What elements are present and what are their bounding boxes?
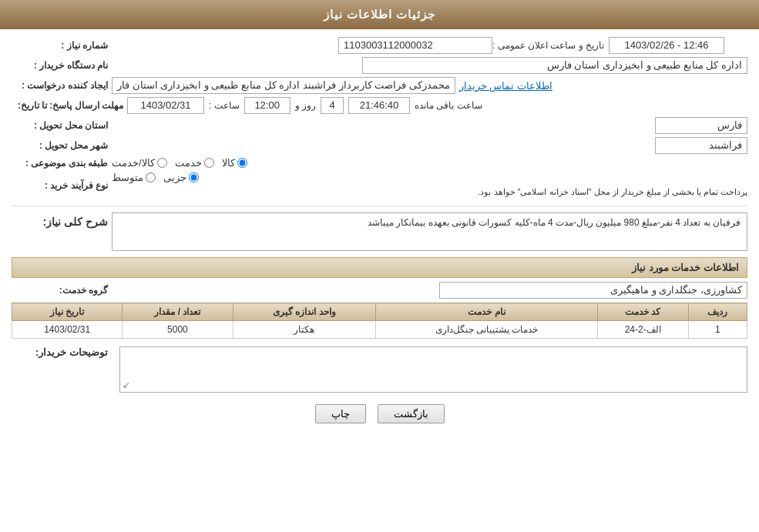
col-tedad: تعداد / مقدار	[123, 303, 233, 321]
namDastgah-value: اداره کل منابع طبیعی و ابخیزداری استان ف…	[362, 57, 747, 74]
radio-khadamat[interactable]: خدمت	[175, 157, 214, 169]
grohe-khadamat-label: گروه خدمت:	[12, 285, 112, 296]
table-cell-tedad_megdar: 5000	[123, 321, 233, 339]
bottom-buttons: بازگشت چاپ	[12, 404, 747, 423]
radio-kala-khadamat[interactable]: کالا/خدمت	[112, 157, 167, 169]
noeFarayand-label: نوع فرآیند خرید :	[12, 180, 112, 191]
radio-kala-khadamat-input[interactable]	[157, 158, 167, 168]
col-radif: ردیف	[688, 303, 747, 321]
mohlat-date: 1403/02/31	[127, 97, 204, 114]
tozihaat-box	[119, 346, 747, 393]
radio-motovaset[interactable]: متوسط	[112, 172, 156, 183]
shomareNiaz-label: شماره نیاز :	[12, 40, 112, 51]
tozihaat-label: توضیحات خریدار:	[12, 346, 112, 358]
grohe-khadamat-value: کشاورزی، جنگلداری و ماهیگیری	[439, 282, 747, 299]
radio-kala[interactable]: کالا	[222, 157, 247, 169]
sharhKoli-text: فرفیان به تعداد 4 نفر-مبلغ 980 میلیون ری…	[112, 212, 747, 251]
page-header: جزئیات اطلاعات نیاز	[0, 0, 759, 29]
btn-bazgasht[interactable]: بازگشت	[378, 404, 445, 423]
radio-jozii-label: جزیی	[163, 172, 186, 183]
mohlat-roz: 4	[321, 97, 344, 114]
col-code-khadamat: کد خدمت	[597, 303, 688, 321]
mohlat-saat-label: ساعت :	[209, 100, 240, 111]
radio-motovaset-label: متوسط	[112, 172, 143, 183]
radio-motovaset-input[interactable]	[146, 172, 156, 182]
mohlat-remaining: 21:46:40	[348, 97, 410, 114]
ostan-label: استان محل تحویل :	[12, 120, 112, 131]
page-title: جزئیات اطلاعات نیاز	[324, 8, 435, 21]
mohlat-label: مهلت ارسال پاسخ: تا تاریخ:	[12, 100, 127, 111]
mohlat-roz-label: روز و	[295, 100, 316, 111]
radio-kala-label: کالا	[222, 157, 235, 169]
mohlat-remaining-label: ساعت باقی مانده	[415, 100, 482, 111]
btn-chap[interactable]: چاپ	[315, 404, 366, 423]
ettelaat-link[interactable]: اطلاعات تماس خریدار	[459, 80, 552, 92]
radio-jozii-input[interactable]	[189, 172, 199, 182]
tarikhElan-label: تاریخ و ساعت اعلان عمومی :	[492, 40, 604, 51]
table-row: 1الف-2-24خدمات پشتیبانی جنگل‌داریهکتار50…	[12, 321, 747, 339]
mohlat-saat: 12:00	[244, 97, 291, 114]
radio-jozii[interactable]: جزیی	[163, 172, 199, 183]
shomareNiaz-value: 1103003112000032	[338, 37, 492, 54]
col-tarikh: تاریخ نیاز	[12, 303, 123, 321]
col-name-khadamat: نام خدمت	[376, 303, 598, 321]
tarikhElan-value: 1403/02/26 - 12:46	[609, 37, 724, 54]
table-cell-tarikh_niaz: 1403/02/31	[12, 321, 123, 339]
radio-khadamat-label: خدمت	[175, 157, 202, 169]
shahr-value: فراشبند	[655, 137, 747, 154]
tarighe-label: طبقه بندی موضوعی :	[12, 158, 112, 169]
ettelaat-khadamat-title: اطلاعات خدمات مورد نیاز	[12, 257, 747, 278]
shahr-label: شهر محل تحویل :	[12, 140, 112, 151]
service-table: ردیف کد خدمت نام خدمت واحد اندازه گیری ت…	[12, 303, 747, 339]
ijadKonande-label: ایجاد کننده درخواست :	[12, 80, 112, 91]
radio-kala-input[interactable]	[237, 158, 247, 168]
ijadKonande-value: محمدزکی فراصت کاربرداز فراشبند اداره کل …	[112, 77, 455, 94]
radio-kala-khadamat-label: کالا/خدمت	[112, 157, 155, 169]
table-cell-vahed: هکتار	[233, 321, 376, 339]
radio-khadamat-input[interactable]	[204, 158, 214, 168]
noeFarayand-notice: پرداخت تمام یا بخشی از مبلغ خریدار از مح…	[112, 187, 747, 197]
namDastgah-label: نام دستگاه خریدار :	[12, 60, 112, 71]
table-cell-radif: 1	[688, 321, 747, 339]
sharhKoli-title: شرح کلی نیاز:	[12, 212, 112, 228]
table-cell-code_khadamat: الف-2-24	[597, 321, 688, 339]
table-cell-name_khadamat: خدمات پشتیبانی جنگل‌داری	[376, 321, 598, 339]
col-vahed: واحد اندازه گیری	[233, 303, 376, 321]
ostan-value: فارس	[655, 117, 747, 134]
